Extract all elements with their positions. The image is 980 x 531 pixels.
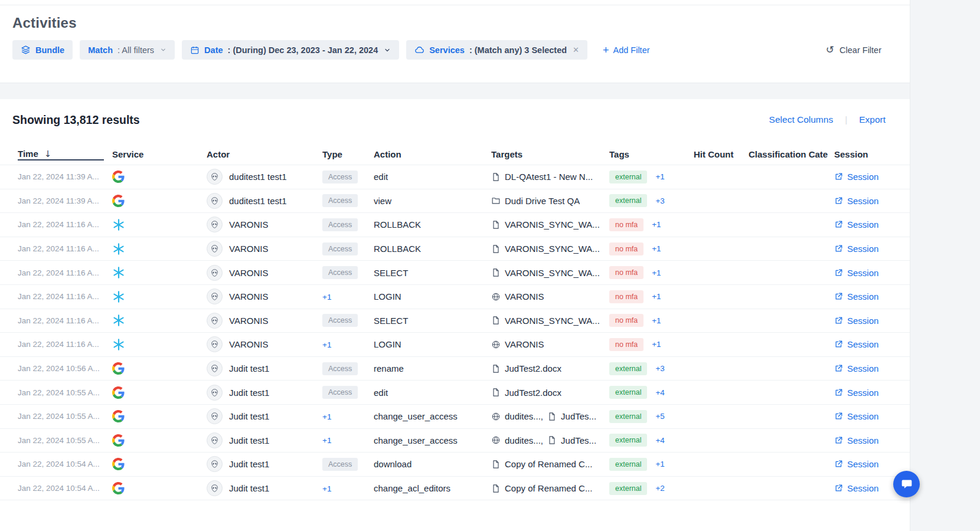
session-link[interactable]: Session (834, 483, 878, 493)
actor-avatar (207, 289, 223, 304)
external-link-icon (834, 364, 843, 373)
target-item: JudTes... (547, 411, 596, 421)
table-row[interactable]: Jan 22, 2024 10:55 A... Judit test1 Acce… (0, 381, 910, 405)
action-label: edit (374, 388, 491, 398)
session-link[interactable]: Session (834, 268, 878, 278)
table-row[interactable]: Jan 22, 2024 11:16 A... VARONIS Access S… (0, 309, 910, 333)
table-row[interactable]: Jan 22, 2024 11:16 A... VARONIS Access S… (0, 261, 910, 285)
tag-chip: external (609, 482, 647, 495)
table-row[interactable]: Jan 22, 2024 11:16 A... VARONIS Access R… (0, 213, 910, 237)
target-item: VARONIS (491, 291, 544, 301)
type-more-link[interactable]: +1 (322, 436, 331, 445)
services-filter-chip[interactable]: Services: (Match any) 3 Selected ✕ (406, 40, 587, 60)
type-more-link[interactable]: +1 (322, 293, 331, 301)
session-link[interactable]: Session (834, 435, 878, 445)
session-link[interactable]: Session (834, 219, 878, 230)
session-link[interactable]: Session (834, 411, 878, 421)
close-icon[interactable]: ✕ (573, 45, 579, 54)
match-filter-chip[interactable]: Match: All filters (80, 40, 175, 60)
tags-more-link[interactable]: +4 (655, 436, 664, 445)
session-link[interactable]: Session (834, 388, 878, 398)
column-header-targets[interactable]: Targets (491, 149, 609, 159)
session-cell: Session (834, 411, 910, 421)
tags-cell: external+3 (609, 362, 694, 375)
table-row[interactable]: Jan 22, 2024 10:54 A... Judit test1 Acce… (0, 453, 910, 477)
tags-more-link[interactable]: +1 (652, 340, 661, 349)
table-row[interactable]: Jan 22, 2024 11:16 A... VARONIS +1 LOGIN… (0, 285, 910, 309)
tags-more-link[interactable]: +3 (655, 196, 664, 205)
session-link[interactable]: Session (834, 244, 878, 254)
target-item: dudites..., (491, 411, 543, 421)
session-link[interactable]: Session (834, 196, 878, 206)
type-more-link[interactable]: +1 (322, 340, 331, 349)
tags-more-link[interactable]: +1 (655, 460, 664, 468)
actor-avatar (207, 336, 223, 352)
file-icon (491, 316, 501, 325)
actor-avatar (207, 385, 223, 401)
tags-more-link[interactable]: +4 (655, 388, 664, 397)
table-row[interactable]: Jan 22, 2024 11:16 A... VARONIS +1 LOGIN… (0, 333, 910, 357)
tags-more-link[interactable]: +3 (655, 364, 664, 373)
session-link[interactable]: Session (834, 459, 878, 469)
tags-more-link[interactable]: +5 (655, 412, 664, 421)
tags-more-link[interactable]: +1 (655, 172, 664, 181)
clear-filter-button[interactable]: ↺ Clear Filter (826, 45, 881, 55)
session-link[interactable]: Session (834, 363, 878, 373)
sort-desc-icon[interactable]: ↓ (44, 149, 52, 159)
target-name: VARONIS_SYNC_WA... (505, 244, 600, 254)
bundle-button[interactable]: Bundle (12, 40, 73, 60)
table-row[interactable]: Jan 22, 2024 10:54 A... Judit test1 +1 c… (0, 477, 910, 501)
action-label: LOGIN (374, 339, 491, 349)
column-header-service[interactable]: Service (112, 149, 207, 159)
snowflake-icon (112, 290, 207, 303)
chat-widget-button[interactable] (893, 471, 920, 497)
session-link[interactable]: Session (834, 172, 878, 182)
actor-avatar (207, 217, 223, 232)
target-item: dudites..., (491, 435, 543, 445)
session-link[interactable]: Session (834, 316, 878, 326)
column-header-actor[interactable]: Actor (207, 149, 322, 159)
tag-chip: no mfa (609, 314, 643, 327)
table-row[interactable]: Jan 22, 2024 10:55 A... Judit test1 +1 c… (0, 405, 910, 429)
target-name: dudites..., (505, 411, 543, 421)
export-button[interactable]: Export (859, 112, 886, 127)
date-filter-chip[interactable]: Date: (During) Dec 23, 2023 - Jan 22, 20… (182, 40, 399, 60)
table-row[interactable]: Jan 22, 2024 10:55 A... Judit test1 +1 c… (0, 429, 910, 453)
tags-more-link[interactable]: +1 (652, 244, 661, 253)
session-cell: Session (834, 435, 910, 445)
column-header-session[interactable]: Session (834, 149, 910, 159)
table-row[interactable]: Jan 22, 2024 11:16 A... VARONIS Access R… (0, 237, 910, 261)
column-header-classification[interactable]: Classification Cate (749, 149, 834, 159)
tags-more-link[interactable]: +1 (652, 268, 661, 277)
select-columns-button[interactable]: Select Columns (769, 112, 834, 127)
actor-cell: VARONIS (207, 336, 322, 352)
table-row[interactable]: Jan 22, 2024 11:39 A... duditest1 test1 … (0, 165, 910, 189)
session-link[interactable]: Session (834, 291, 878, 301)
tags-more-link[interactable]: +1 (652, 316, 661, 325)
add-filter-button[interactable]: + Add Filter (603, 45, 650, 55)
column-header-hit-count[interactable]: Hit Count (694, 149, 749, 159)
chevron-down-icon (160, 47, 166, 53)
column-header-tags[interactable]: Tags (609, 149, 694, 159)
file-icon (491, 220, 501, 230)
tag-chip: external (609, 434, 647, 447)
table-row[interactable]: Jan 22, 2024 11:39 A... duditest1 test1 … (0, 189, 910, 214)
column-header-time[interactable]: Time ↓ (18, 149, 104, 160)
session-link[interactable]: Session (834, 339, 878, 349)
tags-more-link[interactable]: +1 (652, 220, 661, 229)
column-header-type[interactable]: Type (322, 149, 374, 159)
action-label: SELECT (374, 268, 491, 278)
external-link-icon (834, 292, 843, 301)
external-link-icon (834, 172, 843, 181)
tags-more-link[interactable]: +1 (652, 292, 661, 301)
file-icon (491, 388, 501, 397)
table-row[interactable]: Jan 22, 2024 10:56 A... Judit test1 Acce… (0, 357, 910, 381)
tags-more-link[interactable]: +2 (655, 484, 664, 493)
type-more-link[interactable]: +1 (322, 484, 331, 493)
chevron-down-icon (384, 47, 391, 54)
type-more-link[interactable]: +1 (322, 412, 331, 421)
session-cell: Session (834, 268, 910, 278)
file-icon (491, 460, 501, 469)
google-icon (112, 410, 207, 422)
column-header-action[interactable]: Action (374, 149, 491, 159)
